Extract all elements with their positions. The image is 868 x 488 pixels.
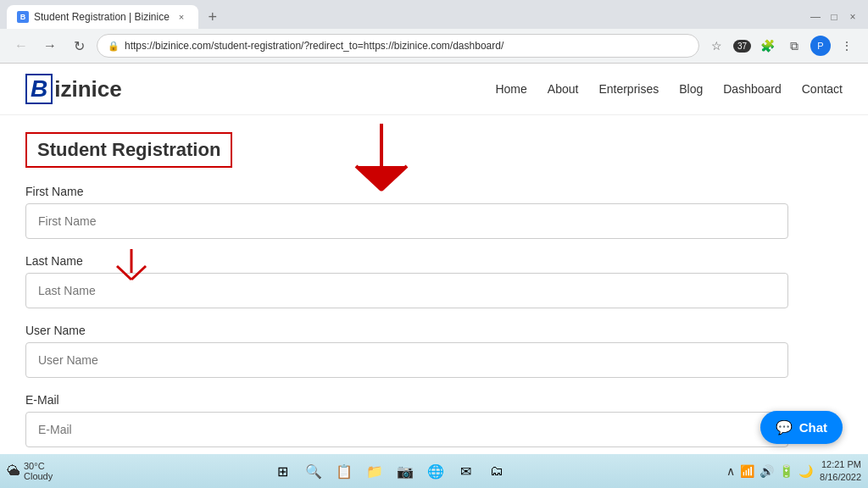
clock-date: 8/16/2022 [820, 471, 861, 484]
moon-icon[interactable]: 🌙 [798, 464, 813, 478]
menu-button[interactable]: ⋮ [836, 35, 858, 57]
svg-line-5 [117, 266, 131, 280]
browser-button[interactable]: 🌐 [422, 458, 449, 485]
first-name-input[interactable] [25, 203, 788, 239]
taskbar-left: 🌥 30°C Cloudy [7, 461, 53, 481]
maximize-button[interactable]: □ [826, 8, 843, 25]
site-logo: B izinice [25, 74, 122, 104]
taskview-button[interactable]: 📋 [331, 458, 358, 485]
weather-condition: Cloudy [24, 471, 53, 481]
first-name-label: First Name [25, 185, 822, 198]
chevron-up-icon[interactable]: ∧ [726, 464, 735, 478]
browser-actions: ☆ 37 🧩 ⧉ P ⋮ [706, 35, 858, 57]
wifi-icon[interactable]: 📶 [740, 464, 754, 478]
start-button[interactable]: ⊞ [270, 458, 297, 485]
annotation-arrow-small [110, 249, 153, 283]
media-button[interactable]: 📷 [392, 458, 419, 485]
search-button[interactable]: 🔍 [300, 458, 327, 485]
split-button[interactable]: ⧉ [783, 35, 805, 57]
system-icons: ∧ 📶 🔊 🔋 🌙 [726, 464, 813, 478]
nav-blog[interactable]: Blog [679, 82, 703, 96]
logo-rest: izinice [54, 76, 121, 103]
taskbar: 🌥 30°C Cloudy ⊞ 🔍 📋 📁 📷 🌐 ✉ 🗂 ∧ 📶 🔊 🔋 🌙 … [0, 454, 868, 488]
nav-home[interactable]: Home [495, 82, 526, 96]
form-section: Student Registration First Name Last Nam… [0, 115, 868, 455]
annotation-arrow-big [339, 124, 424, 191]
browser-chrome: B Student Registration | Bizinice × + — … [0, 0, 868, 64]
nav-dashboard[interactable]: Dashboard [723, 82, 782, 96]
temperature: 30°C [24, 461, 53, 471]
weather-info: 30°C Cloudy [24, 461, 53, 481]
system-clock[interactable]: 12:21 PM 8/16/2022 [820, 458, 861, 485]
weather-icon: 🌥 [7, 463, 20, 479]
lock-icon: 🔒 [108, 41, 120, 52]
refresh-button[interactable]: ↻ [68, 35, 90, 57]
email-label: E-Mail [25, 393, 822, 407]
chat-icon: 💬 [776, 419, 793, 435]
minimize-button[interactable]: — [807, 8, 824, 25]
clock-time: 12:21 PM [820, 458, 861, 471]
tab-title: Student Registration | Bizinice [34, 11, 170, 23]
weather-widget: 🌥 30°C Cloudy [7, 461, 53, 481]
profile-button[interactable]: P [810, 36, 831, 56]
chat-label: Chat [799, 420, 827, 435]
new-tab-button[interactable]: + [202, 6, 224, 28]
taskbar-right: ∧ 📶 🔊 🔋 🌙 12:21 PM 8/16/2022 [726, 458, 861, 485]
tab-favicon: B [17, 11, 29, 23]
page-title: Student Registration [25, 132, 232, 168]
first-name-group: First Name [25, 185, 822, 239]
nav-about[interactable]: About [548, 82, 579, 96]
form-container: Student Registration First Name Last Nam… [0, 115, 848, 455]
battery-icon[interactable]: 🔋 [779, 464, 793, 478]
address-bar: ← → ↻ 🔒 https://bizinice.com/student-reg… [0, 29, 868, 63]
user-name-input[interactable] [25, 342, 788, 378]
nav-links: Home About Enterprises Blog Dashboard Co… [495, 82, 843, 96]
tab-bar: B Student Registration | Bizinice × + — … [0, 0, 868, 29]
extensions-badge[interactable]: 37 [733, 40, 751, 53]
email-input[interactable] [25, 412, 788, 447]
file-manager-button[interactable]: 📁 [361, 458, 388, 485]
user-name-label: User Name [25, 324, 822, 337]
user-name-group: User Name [25, 324, 822, 378]
svg-line-6 [131, 266, 146, 280]
forward-button[interactable]: → [39, 35, 61, 57]
logo-b-letter: B [25, 74, 53, 104]
bookmark-button[interactable]: ☆ [706, 35, 728, 57]
chat-button[interactable]: 💬 Chat [760, 411, 843, 444]
url-bar[interactable]: 🔒 https://bizinice.com/student-registrat… [97, 34, 699, 58]
email-group: E-Mail [25, 393, 822, 447]
nav-enterprises[interactable]: Enterprises [598, 82, 659, 96]
active-tab[interactable]: B Student Registration | Bizinice × [7, 5, 198, 29]
extensions-button[interactable]: 🧩 [756, 35, 778, 57]
url-text: https://bizinice.com/student-registratio… [125, 40, 688, 52]
nav-contact[interactable]: Contact [802, 82, 843, 96]
website-content: B izinice Home About Enterprises Blog Da… [0, 64, 868, 455]
window-close-button[interactable]: × [844, 8, 861, 25]
mail-button[interactable]: ✉ [453, 458, 480, 485]
back-button[interactable]: ← [10, 35, 32, 57]
taskbar-center: ⊞ 🔍 📋 📁 📷 🌐 ✉ 🗂 [270, 458, 510, 485]
volume-icon[interactable]: 🔊 [760, 464, 774, 478]
site-navigation: B izinice Home About Enterprises Blog Da… [0, 64, 868, 115]
tasks-button[interactable]: 🗂 [483, 458, 510, 485]
tab-close-button[interactable]: × [175, 10, 188, 24]
